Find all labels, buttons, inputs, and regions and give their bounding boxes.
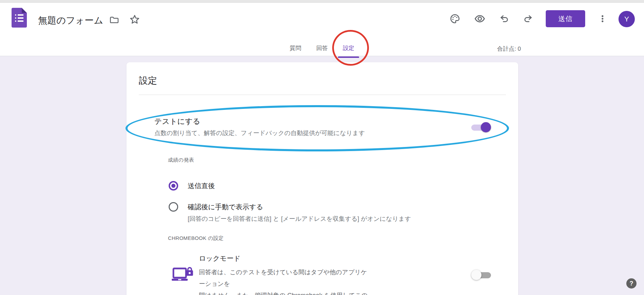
logo-list-lines — [15, 14, 23, 23]
settings-heading: 設定 — [139, 75, 157, 87]
lock-mode-title: ロックモード — [199, 254, 240, 263]
lock-mode-toggle-switch[interactable] — [471, 270, 491, 280]
preview-eye-icon — [474, 13, 486, 24]
heading-divider — [139, 95, 506, 95]
more-options-button[interactable] — [596, 11, 609, 26]
lock-mode-description: 回答者は、このテストを受けている間はタブや他のアプリケーションを 開けません。ま… — [199, 266, 372, 295]
quiz-toggle-switch[interactable] — [471, 122, 491, 133]
tab-questions[interactable]: 質問 — [282, 41, 309, 59]
undo-icon — [499, 13, 510, 24]
kebab-menu-icon — [598, 14, 607, 23]
redo-icon — [523, 13, 533, 24]
help-button[interactable]: ? — [626, 278, 637, 289]
radio-release-manual-label[interactable]: 確認後に手動で表示する — [188, 202, 263, 212]
radio-release-manual-description: [回答のコピーを回答者に送信] と [メールアドレスを収集する] がオンになりま… — [188, 215, 411, 223]
grades-section-label: 成績の発表 — [168, 157, 194, 163]
app-header: 無題のフォーム — [0, 3, 644, 56]
star-icon — [129, 14, 140, 26]
tab-settings[interactable]: 設定 — [335, 41, 362, 59]
radio-release-manual[interactable] — [169, 202, 178, 212]
google-forms-settings-page: 無題のフォーム — [0, 0, 644, 295]
quiz-toggle-description: 点数の割り当て、解答の設定、フィードバックの自動提供が可能になります — [154, 129, 365, 137]
star-button[interactable] — [126, 12, 143, 28]
toggle-thumb — [471, 270, 481, 280]
logo-fold — [22, 8, 27, 13]
laptop-lock-icon — [172, 266, 194, 285]
tab-responses[interactable]: 回答 — [309, 41, 335, 59]
folder-icon — [109, 15, 119, 25]
total-points: 合計点: 0 — [497, 45, 521, 53]
radio-release-immediately-label[interactable]: 送信直後 — [188, 181, 215, 191]
lock-desc-line1: 回答者は、このテストを受けている間はタブや他のアプリケーションを — [199, 266, 372, 290]
chromebook-section-label: CHROMEBOOK の設定 — [168, 235, 224, 242]
quiz-toggle-title: テストにする — [154, 116, 200, 127]
redo-button[interactable] — [520, 11, 536, 26]
active-tab-underline — [338, 56, 359, 58]
tab-bar: 質問 回答 設定 — [282, 41, 362, 59]
send-button[interactable]: 送信 — [546, 10, 585, 27]
account-avatar[interactable]: Y — [618, 11, 635, 27]
palette-icon — [450, 13, 460, 24]
tab-settings-label: 設定 — [343, 44, 354, 52]
preview-button[interactable] — [472, 11, 488, 26]
browser-top-strip — [0, 0, 644, 3]
radio-release-immediately[interactable] — [169, 181, 178, 191]
toggle-thumb — [481, 122, 491, 132]
form-title[interactable]: 無題のフォーム — [38, 14, 103, 27]
undo-button[interactable] — [496, 11, 512, 26]
forms-logo-icon[interactable] — [12, 8, 27, 28]
settings-card: 設定 テストにする 点数の割り当て、解答の設定、フィードバックの自動提供が可能に… — [126, 62, 518, 295]
customize-theme-button[interactable] — [447, 11, 463, 26]
move-to-folder-button[interactable] — [107, 12, 122, 27]
lock-desc-line2: 開けません。また、管理対象の Chromebook を使用してこのテストを受 — [199, 290, 372, 295]
